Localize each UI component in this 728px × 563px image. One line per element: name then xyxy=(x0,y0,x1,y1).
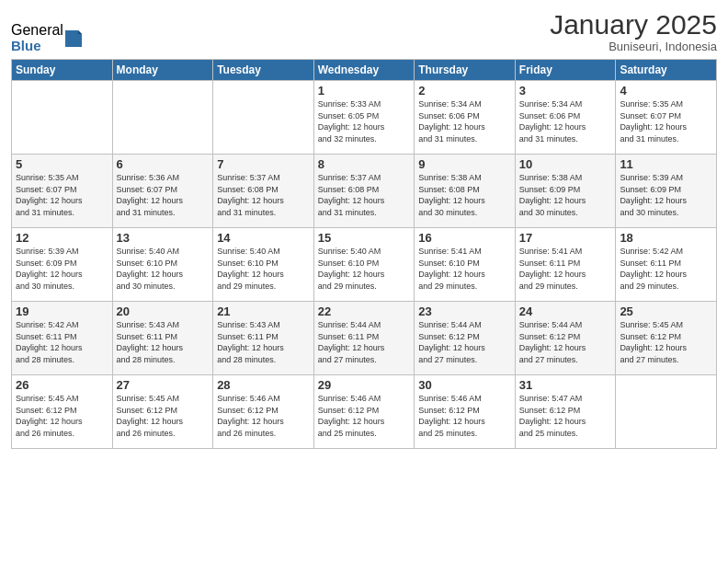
calendar-day-cell: 11Sunrise: 5:39 AMSunset: 6:09 PMDayligh… xyxy=(616,155,717,228)
day-info: Sunrise: 5:42 AMSunset: 6:11 PMDaylight:… xyxy=(620,246,712,292)
day-number: 8 xyxy=(318,157,411,171)
day-info: Sunrise: 5:44 AMSunset: 6:11 PMDaylight:… xyxy=(318,319,411,365)
calendar-day-cell: 10Sunrise: 5:38 AMSunset: 6:09 PMDayligh… xyxy=(515,155,616,228)
day-number: 19 xyxy=(16,304,108,318)
logo-blue: Blue xyxy=(11,39,63,54)
header-wednesday: Wednesday xyxy=(313,60,415,81)
day-info: Sunrise: 5:37 AMSunset: 6:08 PMDaylight:… xyxy=(217,172,310,218)
calendar-day-cell: 18Sunrise: 5:42 AMSunset: 6:11 PMDayligh… xyxy=(616,228,717,302)
day-number: 5 xyxy=(16,157,108,171)
day-number: 23 xyxy=(418,304,511,318)
day-info: Sunrise: 5:40 AMSunset: 6:10 PMDaylight:… xyxy=(217,246,310,292)
logo-icon xyxy=(65,27,82,47)
day-number: 15 xyxy=(318,231,411,245)
calendar-day-cell: 31Sunrise: 5:47 AMSunset: 6:12 PMDayligh… xyxy=(515,375,616,449)
day-info: Sunrise: 5:44 AMSunset: 6:12 PMDaylight:… xyxy=(519,319,612,365)
calendar-day-cell: 3Sunrise: 5:34 AMSunset: 6:06 PMDaylight… xyxy=(515,81,616,155)
calendar-day-cell: 23Sunrise: 5:44 AMSunset: 6:12 PMDayligh… xyxy=(415,302,516,375)
calendar-day-cell: 29Sunrise: 5:46 AMSunset: 6:12 PMDayligh… xyxy=(313,375,415,449)
calendar-day-cell xyxy=(112,81,213,155)
day-info: Sunrise: 5:41 AMSunset: 6:11 PMDaylight:… xyxy=(519,246,612,292)
calendar-day-cell: 9Sunrise: 5:38 AMSunset: 6:08 PMDaylight… xyxy=(415,155,516,228)
day-number: 13 xyxy=(117,231,210,245)
day-info: Sunrise: 5:45 AMSunset: 6:12 PMDaylight:… xyxy=(117,393,210,439)
calendar-day-cell: 26Sunrise: 5:45 AMSunset: 6:12 PMDayligh… xyxy=(12,375,113,449)
header-sunday: Sunday xyxy=(12,60,113,81)
day-number: 30 xyxy=(418,378,511,392)
calendar-day-cell: 5Sunrise: 5:35 AMSunset: 6:07 PMDaylight… xyxy=(12,155,113,228)
calendar-day-cell: 15Sunrise: 5:40 AMSunset: 6:10 PMDayligh… xyxy=(313,228,415,302)
calendar-day-cell: 28Sunrise: 5:46 AMSunset: 6:12 PMDayligh… xyxy=(213,375,314,449)
calendar-day-cell: 21Sunrise: 5:43 AMSunset: 6:11 PMDayligh… xyxy=(213,302,314,375)
day-number: 6 xyxy=(117,157,210,171)
calendar-day-cell: 16Sunrise: 5:41 AMSunset: 6:10 PMDayligh… xyxy=(415,228,516,302)
day-number: 2 xyxy=(418,84,511,98)
day-number: 4 xyxy=(620,84,712,98)
day-number: 14 xyxy=(217,231,310,245)
header-thursday: Thursday xyxy=(415,60,516,81)
week-row-5: 26Sunrise: 5:45 AMSunset: 6:12 PMDayligh… xyxy=(12,375,717,449)
day-number: 10 xyxy=(519,157,612,171)
day-info: Sunrise: 5:46 AMSunset: 6:12 PMDaylight:… xyxy=(418,393,511,439)
calendar-day-cell: 22Sunrise: 5:44 AMSunset: 6:11 PMDayligh… xyxy=(313,302,415,375)
day-info: Sunrise: 5:40 AMSunset: 6:10 PMDaylight:… xyxy=(117,246,210,292)
day-info: Sunrise: 5:37 AMSunset: 6:08 PMDaylight:… xyxy=(318,172,411,218)
calendar-day-cell: 17Sunrise: 5:41 AMSunset: 6:11 PMDayligh… xyxy=(515,228,616,302)
header-saturday: Saturday xyxy=(616,60,717,81)
logo-text: General Blue xyxy=(11,22,63,53)
header-monday: Monday xyxy=(112,60,213,81)
title-section: January 2025 Buniseuri, Indonesia xyxy=(550,9,717,53)
day-info: Sunrise: 5:41 AMSunset: 6:10 PMDaylight:… xyxy=(418,246,511,292)
day-number: 17 xyxy=(519,231,612,245)
day-info: Sunrise: 5:43 AMSunset: 6:11 PMDaylight:… xyxy=(117,319,210,365)
day-info: Sunrise: 5:42 AMSunset: 6:11 PMDaylight:… xyxy=(16,319,108,365)
month-title: January 2025 xyxy=(550,9,717,40)
logo: General Blue xyxy=(11,22,82,53)
calendar-day-cell xyxy=(213,81,314,155)
header: General Blue January 2025 Buniseuri, Ind… xyxy=(11,9,717,53)
day-number: 25 xyxy=(620,304,712,318)
day-info: Sunrise: 5:38 AMSunset: 6:09 PMDaylight:… xyxy=(519,172,612,218)
day-number: 28 xyxy=(217,378,310,392)
week-row-4: 19Sunrise: 5:42 AMSunset: 6:11 PMDayligh… xyxy=(12,302,717,375)
day-number: 12 xyxy=(16,231,108,245)
calendar-table: Sunday Monday Tuesday Wednesday Thursday… xyxy=(11,59,717,449)
week-row-2: 5Sunrise: 5:35 AMSunset: 6:07 PMDaylight… xyxy=(12,155,717,228)
day-number: 18 xyxy=(620,231,712,245)
calendar-day-cell: 13Sunrise: 5:40 AMSunset: 6:10 PMDayligh… xyxy=(112,228,213,302)
day-number: 27 xyxy=(117,378,210,392)
calendar-day-cell: 19Sunrise: 5:42 AMSunset: 6:11 PMDayligh… xyxy=(12,302,113,375)
calendar-day-cell: 8Sunrise: 5:37 AMSunset: 6:08 PMDaylight… xyxy=(313,155,415,228)
svg-marker-1 xyxy=(78,30,82,34)
day-info: Sunrise: 5:33 AMSunset: 6:05 PMDaylight:… xyxy=(318,98,411,144)
day-info: Sunrise: 5:47 AMSunset: 6:12 PMDaylight:… xyxy=(519,393,612,439)
day-number: 7 xyxy=(217,157,310,171)
day-info: Sunrise: 5:43 AMSunset: 6:11 PMDaylight:… xyxy=(217,319,310,365)
day-info: Sunrise: 5:46 AMSunset: 6:12 PMDaylight:… xyxy=(318,393,411,439)
calendar-day-cell: 20Sunrise: 5:43 AMSunset: 6:11 PMDayligh… xyxy=(112,302,213,375)
day-number: 20 xyxy=(117,304,210,318)
day-info: Sunrise: 5:40 AMSunset: 6:10 PMDaylight:… xyxy=(318,246,411,292)
day-number: 9 xyxy=(418,157,511,171)
day-info: Sunrise: 5:39 AMSunset: 6:09 PMDaylight:… xyxy=(16,246,108,292)
calendar-day-cell: 7Sunrise: 5:37 AMSunset: 6:08 PMDaylight… xyxy=(213,155,314,228)
week-row-3: 12Sunrise: 5:39 AMSunset: 6:09 PMDayligh… xyxy=(12,228,717,302)
calendar-day-cell xyxy=(12,81,113,155)
day-info: Sunrise: 5:44 AMSunset: 6:12 PMDaylight:… xyxy=(418,319,511,365)
day-number: 22 xyxy=(318,304,411,318)
calendar-day-cell: 4Sunrise: 5:35 AMSunset: 6:07 PMDaylight… xyxy=(616,81,717,155)
day-number: 3 xyxy=(519,84,612,98)
weekday-header-row: Sunday Monday Tuesday Wednesday Thursday… xyxy=(12,60,717,81)
day-info: Sunrise: 5:35 AMSunset: 6:07 PMDaylight:… xyxy=(16,172,108,218)
day-number: 11 xyxy=(620,157,712,171)
calendar-day-cell: 12Sunrise: 5:39 AMSunset: 6:09 PMDayligh… xyxy=(12,228,113,302)
header-friday: Friday xyxy=(515,60,616,81)
day-info: Sunrise: 5:45 AMSunset: 6:12 PMDaylight:… xyxy=(620,319,712,365)
location-subtitle: Buniseuri, Indonesia xyxy=(550,40,717,53)
day-info: Sunrise: 5:34 AMSunset: 6:06 PMDaylight:… xyxy=(418,98,511,144)
calendar-day-cell: 27Sunrise: 5:45 AMSunset: 6:12 PMDayligh… xyxy=(112,375,213,449)
day-info: Sunrise: 5:38 AMSunset: 6:08 PMDaylight:… xyxy=(418,172,511,218)
day-info: Sunrise: 5:36 AMSunset: 6:07 PMDaylight:… xyxy=(117,172,210,218)
day-number: 29 xyxy=(318,378,411,392)
header-tuesday: Tuesday xyxy=(213,60,314,81)
